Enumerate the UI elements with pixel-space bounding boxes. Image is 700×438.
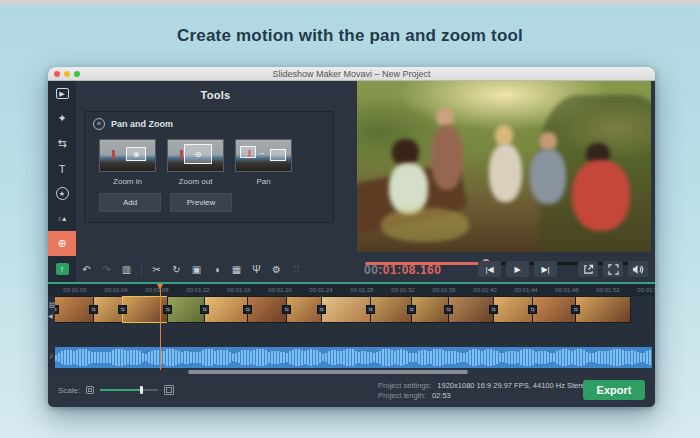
waveform-bar — [508, 351, 510, 364]
zoom-out-timeline-icon[interactable] — [86, 386, 94, 394]
waveform-bar — [511, 351, 513, 365]
timeline-clip[interactable] — [122, 296, 168, 323]
transition-icon[interactable]: ⇆ — [444, 305, 453, 314]
image-icon[interactable]: ▦ — [228, 261, 245, 278]
waveform-bar — [556, 351, 558, 363]
split-icon[interactable]: ✂ — [148, 261, 165, 278]
minimize-button[interactable] — [64, 71, 70, 77]
waveform-bar — [613, 349, 615, 366]
zoom-window-button[interactable] — [74, 71, 80, 77]
window-titlebar[interactable]: Slideshow Maker Movavi – New Project — [48, 67, 655, 81]
timeline-tracks: ▤ ◀ ♪ ⇆⇆⇆⇆⇆⇆⇆⇆⇆⇆⇆⇆⇆⇆ — [48, 296, 655, 369]
transport-controls: |◀▶▶| — [478, 261, 557, 277]
scale-slider-knob[interactable] — [140, 386, 143, 394]
sidebar-item-media[interactable]: ▶ — [48, 81, 76, 106]
sidebar-item-wizard[interactable]: ✦ — [48, 106, 76, 131]
more-tools-icon[interactable]: ⁝⁝ — [288, 261, 305, 278]
collapse-panel-icon[interactable]: « — [93, 118, 105, 130]
waveform-bar — [439, 349, 441, 367]
waveform-bar — [70, 350, 72, 364]
ruler-tick: 00:01:56 — [637, 287, 655, 293]
sidebar-item-titles[interactable]: T — [48, 156, 76, 181]
transition-icon[interactable]: ⇆ — [571, 305, 580, 314]
waveform-bar — [436, 349, 438, 367]
transition-icon[interactable]: ⇆ — [55, 305, 59, 314]
waveform-bar — [541, 351, 543, 365]
transition-icon[interactable]: ⇆ — [163, 305, 172, 314]
transition-icon[interactable]: ⇆ — [243, 305, 252, 314]
timeline-clip[interactable] — [370, 296, 412, 323]
fullscreen-icon[interactable] — [603, 261, 623, 277]
delete-icon[interactable]: ▥ — [118, 261, 135, 278]
share-icon[interactable] — [578, 261, 598, 277]
tool-card-pan[interactable]: →Pan — [235, 139, 292, 186]
next-frame-button[interactable]: ▶| — [534, 261, 557, 277]
waveform-bar — [214, 351, 216, 365]
timeline-scrollbar[interactable] — [188, 370, 468, 374]
waveform-bar — [589, 353, 591, 362]
transition-icon[interactable]: ⇆ — [200, 305, 209, 314]
waveform-bar — [229, 352, 231, 364]
tool-card-zoom-out[interactable]: ⊖Zoom out — [167, 139, 224, 186]
edit-toolbar: ↶↷▥✂↻▣◑▦Ψ⚙⁝⁝ — [78, 261, 305, 278]
record-audio-icon[interactable]: Ψ — [248, 261, 265, 278]
transition-icon[interactable]: ⇆ — [366, 305, 375, 314]
timeline-clip[interactable] — [247, 296, 287, 323]
transition-icon[interactable]: ⇆ — [528, 305, 537, 314]
transition-icon[interactable]: ⇆ — [118, 305, 127, 314]
sidebar-item-transitions[interactable]: ⇆ — [48, 131, 76, 156]
sidebar-item-stickers[interactable]: ★ — [48, 181, 76, 206]
transition-icon[interactable]: ⇆ — [317, 305, 326, 314]
waveform-bar — [454, 351, 456, 364]
add-button[interactable]: Add — [99, 193, 161, 212]
zoom-in-timeline-icon[interactable] — [164, 385, 174, 395]
timeline-clip[interactable] — [532, 296, 576, 323]
timeline-ruler[interactable]: 00:01:0000:01:0400:01:0800:01:1200:01:16… — [48, 284, 655, 296]
waveform-bar — [370, 352, 372, 362]
waveform-bar — [190, 352, 192, 363]
timeline-clip[interactable] — [493, 296, 533, 323]
scale-slider[interactable] — [100, 385, 158, 395]
transition-icon[interactable]: ⇆ — [282, 305, 291, 314]
video-track[interactable]: ⇆⇆⇆⇆⇆⇆⇆⇆⇆⇆⇆⇆⇆⇆ — [55, 296, 655, 325]
timeline-clip[interactable] — [448, 296, 494, 323]
waveform-bar — [232, 354, 234, 362]
redo-icon[interactable]: ↷ — [98, 261, 115, 278]
transition-icon[interactable]: ⇆ — [407, 305, 416, 314]
waveform-bar — [268, 352, 270, 363]
clip-properties-icon[interactable]: ⚙ — [268, 261, 285, 278]
waveform-bar — [391, 350, 393, 365]
waveform-bar — [244, 350, 246, 365]
preview-button[interactable]: Preview — [170, 193, 232, 212]
previous-frame-button[interactable]: |◀ — [478, 261, 501, 277]
sidebar-item-animation[interactable]: ○▲ — [48, 206, 76, 231]
waveform-bar — [202, 350, 204, 365]
rotate-icon[interactable]: ↻ — [168, 261, 185, 278]
pan-zoom-panel: « Pan and Zoom ⊕Zoom in⊖Zoom out→Pan Add… — [84, 111, 334, 223]
timeline-clip[interactable] — [321, 296, 371, 323]
ruler-tick: 00:01:48 — [555, 287, 578, 293]
timeline-clip[interactable] — [575, 296, 631, 323]
waveform-bar — [241, 350, 243, 364]
waveform-bar — [283, 352, 285, 362]
playhead[interactable] — [160, 284, 161, 370]
crop-icon[interactable]: ▣ — [188, 261, 205, 278]
audio-track[interactable] — [55, 347, 652, 368]
transition-icon[interactable]: ⇆ — [489, 305, 498, 314]
transition-icon[interactable]: ⇆ — [89, 305, 98, 314]
tool-card-zoom-in[interactable]: ⊕Zoom in — [99, 139, 156, 186]
collapse-track-icon[interactable]: ◀ — [48, 312, 53, 319]
volume-icon[interactable] — [628, 261, 648, 277]
close-button[interactable] — [54, 71, 60, 77]
waveform-bar — [85, 349, 87, 365]
color-adjust-icon[interactable]: ◑ — [208, 261, 225, 278]
sidebar-item-pan-zoom[interactable]: ⊕ — [48, 231, 76, 256]
preview-video-frame — [357, 81, 651, 252]
export-button[interactable]: Export — [583, 380, 645, 400]
waveform-bar — [274, 351, 276, 364]
timeline-clip[interactable] — [204, 296, 248, 323]
play-button[interactable]: ▶ — [506, 261, 529, 277]
undo-icon[interactable]: ↶ — [78, 261, 95, 278]
waveform-bar — [61, 351, 63, 364]
waveform-bar — [562, 349, 564, 366]
